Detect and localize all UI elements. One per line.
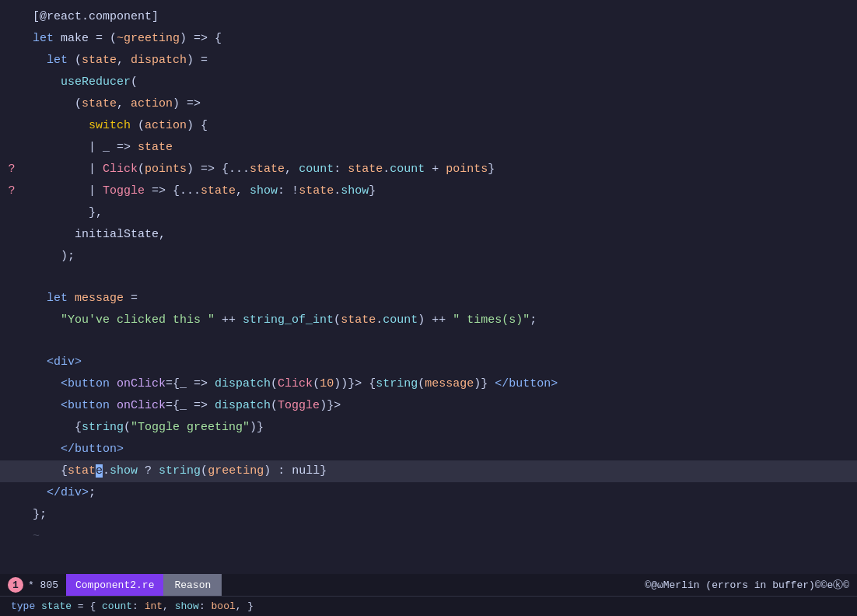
type-hint-keyword: type	[11, 600, 35, 612]
line-content-11: initialState,	[23, 225, 857, 245]
code-line-19: <button onClick={_ => dispatch(Toggle)}>	[0, 395, 857, 417]
line-content-24: };	[23, 505, 857, 525]
line-content-4: useReducer(	[23, 72, 857, 93]
type-hint-show-key: show	[175, 600, 199, 612]
type-hint-content: state = { count: int, show: bool, }	[35, 600, 254, 612]
type-hint-name: state	[41, 600, 72, 612]
code-line-14: let message =	[0, 288, 857, 310]
code-line-27: ~	[0, 568, 857, 574]
line-content-14: let message =	[23, 289, 857, 309]
merlin-status: ©@ωMerlin (errors in buffer)©©eⓚ©	[645, 578, 849, 592]
line-content-2: let make = (~greeting) => {	[23, 29, 857, 49]
status-error-count[interactable]: 1 * 805	[0, 574, 66, 596]
type-hint-show-val: bool	[212, 600, 236, 612]
code-line-20: {string("Toggle greeting")}	[0, 417, 857, 439]
line-content-18: <button onClick={_ => dispatch(Click(10)…	[23, 374, 857, 394]
language-label: Reason	[174, 579, 211, 591]
code-line-4: useReducer(	[0, 72, 857, 93]
code-line-1: [@react.component]	[0, 6, 857, 28]
code-line-2: let make = (~greeting) => {	[0, 28, 857, 50]
code-line-3: let (state, dispatch) =	[0, 50, 857, 72]
type-hint-bar: type state = { count: int, show: bool, }	[0, 596, 857, 616]
file-name-label: Component2.re	[75, 579, 154, 591]
code-line-15: "You've clicked this " ++ string_of_int(…	[0, 310, 857, 331]
line-content-6: switch (action) {	[23, 116, 857, 136]
code-line-24: };	[0, 504, 857, 526]
line-content-1: [@react.component]	[23, 7, 857, 27]
line-content-25: ~	[23, 527, 857, 547]
type-hint-count-val: int	[145, 600, 163, 612]
code-line-5: (state, action) =>	[0, 93, 857, 115]
line-content-9: | Toggle => {...state, show: !state.show…	[23, 181, 857, 201]
code-line-12: );	[0, 246, 857, 268]
code-line-22: {state.show ? string(greeting) : null}	[0, 460, 857, 482]
error-count-badge: 1	[8, 577, 23, 593]
line-content-17: <div>	[23, 352, 857, 373]
code-line-9: ? | Toggle => {...state, show: !state.sh…	[0, 180, 857, 202]
line-content-5: (state, action) =>	[23, 94, 857, 114]
line-content-19: <button onClick={_ => dispatch(Toggle)}>	[23, 396, 857, 416]
gutter-8: ?	[0, 159, 23, 180]
code-line-26	[0, 548, 857, 568]
line-content-22: {state.show ? string(greeting) : null}	[23, 461, 857, 481]
line-content-23: </div>;	[23, 483, 857, 503]
code-line-25: ~	[0, 526, 857, 548]
code-line-10: },	[0, 202, 857, 224]
code-line-23: </div>;	[0, 482, 857, 504]
line-content-21: </button>	[23, 439, 857, 460]
code-line-13	[0, 268, 857, 288]
line-content-20: {string("Toggle greeting")}	[23, 418, 857, 438]
status-bar: 1 * 805 Component2.re Reason ©@ωMerlin (…	[0, 574, 857, 596]
line-content-7: | _ => state	[23, 138, 857, 158]
code-line-7: | _ => state	[0, 137, 857, 159]
code-line-11: initialState,	[0, 224, 857, 246]
code-line-18: <button onClick={_ => dispatch(Click(10)…	[0, 373, 857, 395]
code-editor[interactable]: [@react.component] let make = (~greeting…	[0, 0, 857, 574]
code-line-16	[0, 331, 857, 352]
status-right-info: ©@ωMerlin (errors in buffer)©©eⓚ©	[645, 578, 857, 592]
git-info: * 805	[28, 579, 58, 591]
line-content-3: let (state, dispatch) =	[23, 51, 857, 71]
line-content-12: );	[23, 247, 857, 267]
file-name-segment[interactable]: Component2.re	[66, 574, 163, 596]
line-content-15: "You've clicked this " ++ string_of_int(…	[23, 310, 857, 331]
line-content-10: },	[23, 203, 857, 223]
code-line-17: <div>	[0, 352, 857, 373]
type-hint-count-key: count	[102, 600, 132, 612]
code-line-21: </button>	[0, 439, 857, 460]
code-line-8: ? | Click(points) => {...state, count: s…	[0, 159, 857, 180]
line-content-27: ~	[23, 569, 857, 574]
code-line-6: switch (action) {	[0, 115, 857, 137]
gutter-9: ?	[0, 181, 23, 201]
line-content-8: | Click(points) => {...state, count: sta…	[23, 159, 857, 180]
language-segment[interactable]: Reason	[163, 574, 222, 596]
